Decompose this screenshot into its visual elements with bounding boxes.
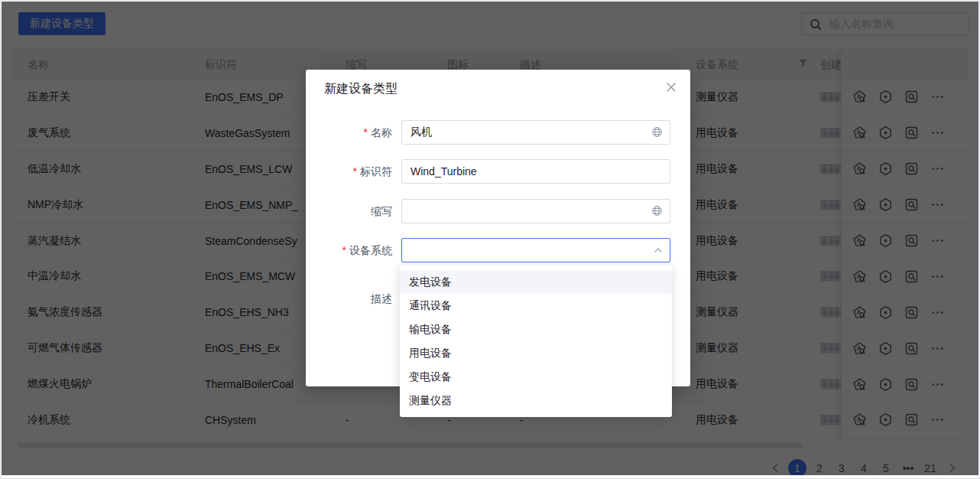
device-type-page: 新建设备类型 名称 标识符 缩写 图标 描述 设备系统	[2, 2, 978, 475]
dropdown-option[interactable]: 发电设备	[400, 270, 672, 294]
identifier-input[interactable]	[401, 159, 670, 184]
dropdown-option[interactable]: 输电设备	[400, 318, 672, 341]
required-asterisk: *	[353, 165, 357, 178]
field-row-name: *名称	[306, 120, 670, 145]
dropdown-option[interactable]: 通讯设备	[400, 294, 672, 318]
name-input[interactable]	[401, 120, 670, 145]
device-system-select[interactable]	[401, 238, 670, 262]
chevron-up-icon	[654, 246, 663, 255]
field-row-device-system: *设备系统	[306, 238, 670, 262]
device-system-label: *设备系统	[306, 238, 392, 262]
field-row-abbreviation: 缩写	[306, 199, 670, 223]
abbreviation-input[interactable]	[401, 199, 670, 223]
dropdown-option[interactable]: 用电设备	[400, 341, 672, 365]
identifier-label: *标识符	[306, 159, 392, 184]
name-label: *名称	[306, 120, 392, 145]
field-row-identifier: *标识符	[306, 159, 670, 184]
dropdown-option[interactable]: 测量仪器	[400, 389, 672, 412]
modal-title: 新建设备类型	[324, 81, 398, 97]
device-system-dropdown: 发电设备通讯设备输电设备用电设备变电设备测量仪器	[400, 266, 672, 417]
close-icon[interactable]	[664, 80, 678, 94]
description-label: 描述	[306, 286, 392, 311]
globe-icon[interactable]	[651, 205, 663, 217]
required-asterisk: *	[342, 244, 346, 256]
screen: 新建设备类型 名称 标识符 缩写 图标 描述 设备系统	[0, 0, 980, 479]
dropdown-option[interactable]: 变电设备	[400, 365, 672, 389]
required-asterisk: *	[364, 126, 368, 138]
globe-icon[interactable]	[651, 126, 663, 138]
abbreviation-label: 缩写	[306, 199, 392, 223]
